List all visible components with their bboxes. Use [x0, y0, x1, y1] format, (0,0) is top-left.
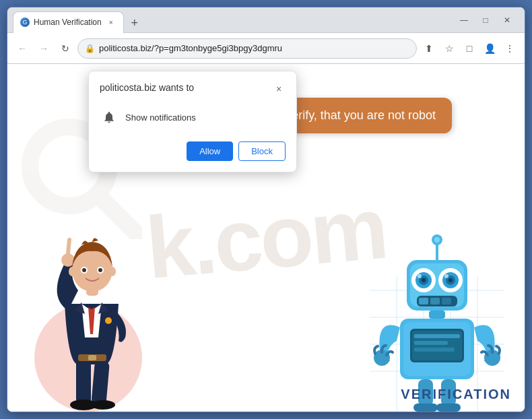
page-content: k.com politicosta.biz wants to × Show no… [7, 64, 525, 412]
svg-rect-51 [414, 334, 460, 338]
tab-close-button[interactable]: × [106, 17, 117, 28]
back-button[interactable]: ← [13, 39, 32, 58]
extensions-button[interactable]: □ [460, 39, 479, 58]
notification-label: Show notifications [125, 112, 196, 123]
svg-point-14 [69, 267, 75, 276]
browser-window: G Human Verification × + — □ ✕ ← → ↻ 🔒 p… [7, 7, 525, 412]
menu-button[interactable]: ⋮ [500, 39, 519, 58]
profile-button[interactable]: 👤 [480, 39, 499, 58]
url-text: politicosta.biz/?p=gm3tonbyge5gi3bpgy3dg… [99, 43, 282, 53]
tab-bar: G Human Verification × + [13, 7, 144, 33]
svg-rect-2 [76, 358, 91, 405]
popup-close-button[interactable]: × [272, 82, 286, 96]
forward-button[interactable]: → [34, 39, 53, 58]
popup-notification-row: Show notifications [100, 104, 286, 131]
svg-point-13 [98, 268, 102, 272]
svg-rect-52 [414, 341, 448, 345]
address-bar: ← → ↻ 🔒 politicosta.biz/?p=gm3tonbyge5gi… [7, 33, 525, 64]
tab-favicon: G [20, 18, 30, 27]
share-button[interactable]: ⬆ [420, 39, 438, 58]
bookmark-button[interactable]: ☆ [440, 39, 459, 58]
robot-figure [370, 223, 504, 412]
popup-header: politicosta.biz wants to × [100, 82, 286, 96]
svg-rect-43 [419, 298, 428, 304]
svg-point-40 [418, 274, 422, 278]
svg-point-15 [109, 267, 116, 276]
refresh-button[interactable]: ↻ [56, 39, 75, 58]
person-figure [28, 196, 162, 412]
svg-point-5 [91, 400, 115, 410]
minimize-button[interactable]: — [455, 13, 473, 28]
svg-rect-44 [430, 298, 440, 304]
characters-area [7, 196, 525, 412]
robot-svg [370, 223, 504, 412]
verification-text: VERIFICATION [401, 387, 511, 402]
svg-point-29 [434, 237, 440, 243]
bell-icon [100, 108, 119, 127]
svg-line-7 [68, 240, 69, 253]
notification-popup: politicosta.biz wants to × Show notifica… [88, 71, 297, 172]
svg-point-41 [444, 274, 448, 278]
svg-point-39 [448, 278, 453, 282]
new-tab-button[interactable]: + [125, 14, 144, 33]
title-bar: G Human Verification × + — □ ✕ [7, 7, 525, 33]
popup-actions: Allow Block [100, 141, 286, 161]
allow-button[interactable]: Allow [187, 141, 233, 161]
maximize-button[interactable]: □ [476, 13, 495, 28]
svg-point-16 [105, 317, 112, 324]
svg-rect-18 [88, 355, 96, 360]
url-bar[interactable]: 🔒 politicosta.biz/?p=gm3tonbyge5gi3bpgy3… [77, 38, 417, 59]
svg-rect-53 [414, 348, 455, 352]
svg-point-38 [422, 278, 426, 282]
svg-rect-45 [442, 298, 451, 304]
block-button[interactable]: Block [238, 141, 286, 161]
active-tab[interactable]: G Human Verification × [13, 11, 124, 33]
tab-title: Human Verification [34, 18, 102, 27]
person-svg [28, 203, 156, 412]
popup-title: politicosta.biz wants to [100, 82, 194, 93]
svg-point-11 [82, 268, 86, 272]
svg-rect-58 [413, 404, 438, 412]
svg-rect-46 [429, 311, 445, 319]
close-window-button[interactable]: ✕ [498, 13, 517, 28]
svg-rect-59 [436, 404, 461, 412]
lock-icon: 🔒 [85, 44, 95, 53]
toolbar-actions: ⬆ ☆ □ 👤 ⋮ [420, 39, 519, 58]
svg-rect-3 [91, 360, 110, 406]
window-controls: — □ ✕ [455, 13, 517, 28]
